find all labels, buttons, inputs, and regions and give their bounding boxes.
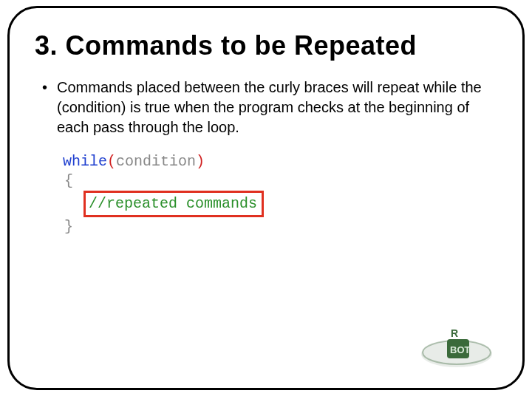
code-block: while(condition) { //repeated commands } [63, 152, 500, 236]
slide-frame: 3. Commands to be Repeated • Commands pl… [7, 6, 525, 390]
code-line-lbrace: { [63, 171, 500, 191]
logo-bottom-text: BOT [450, 344, 471, 355]
bullet-text: Commands placed between the curly braces… [57, 78, 485, 137]
highlight-box: //repeated commands [83, 191, 264, 217]
bullet-dot: • [39, 78, 57, 137]
logo-top-text: R [451, 327, 458, 339]
rcbot-logo: R BOT [416, 326, 497, 370]
comment-text: //repeated commands [89, 195, 257, 212]
paren-open: ( [107, 153, 116, 170]
slide-title: 3. Commands to be Repeated [35, 30, 500, 61]
kw-while: while [63, 153, 107, 170]
code-line-while: while(condition) [63, 152, 500, 171]
paren-close: ) [196, 153, 205, 170]
code-line-comment: //repeated commands [63, 191, 500, 217]
code-line-rbrace: } [63, 217, 500, 236]
condition-text: condition [116, 153, 196, 170]
bullet-item: • Commands placed between the curly brac… [39, 78, 485, 137]
